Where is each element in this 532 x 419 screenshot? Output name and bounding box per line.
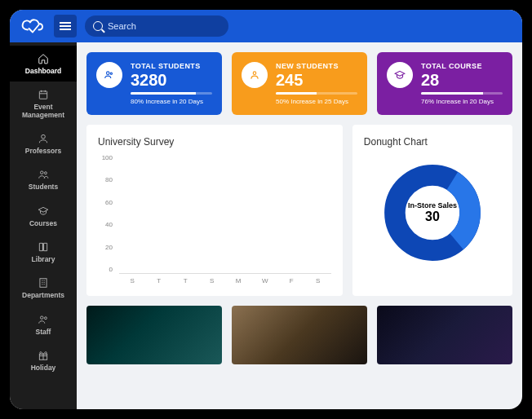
app-header [10,10,522,42]
panel-title: University Survey [98,136,331,148]
donut-center-label: In-Store Sales [408,201,457,210]
book-icon [37,240,50,254]
user-icon [242,62,268,88]
stat-card-title: TOTAL STUDENTS [131,62,212,70]
menu-toggle-button[interactable] [54,15,77,37]
panel-title: Donught Chart [364,136,501,148]
stat-cards-row: TOTAL STUDENTS 3280 80% Increase in 20 D… [86,52,512,115]
stat-card-new-students[interactable]: NEW STUDENTS 245 50% Increase in 25 Days [232,52,367,115]
stat-card-value: 3280 [131,71,212,90]
bar-chart: 100806040200 STTSMWFS [98,154,331,284]
sidebar-item-events[interactable]: Event Management [10,82,77,126]
stat-card-total-course[interactable]: TOTAL COURSE 28 76% Increase in 20 Days [377,52,512,115]
home-icon [37,52,50,65]
cap-icon [37,205,50,218]
users-icon [37,313,50,326]
stat-card-value: 245 [276,71,357,90]
stat-card-total-students[interactable]: TOTAL STUDENTS 3280 80% Increase in 20 D… [86,52,222,115]
sidebar-item-courses[interactable]: Courses [10,198,77,234]
sidebar-item-departments[interactable]: Departments [10,270,77,306]
search-input[interactable] [108,21,220,31]
svg-point-2 [41,171,44,174]
sidebar-item-label: Professors [25,148,61,155]
sidebar-item-dashboard[interactable]: Dashboard [10,46,77,82]
building-icon [37,276,50,289]
search-box[interactable] [85,15,228,37]
stat-card-subtitle: 50% Increase in 25 Days [276,98,357,105]
users-icon [96,62,122,88]
sidebar-item-label: Holiday [31,364,56,372]
users-icon [37,168,50,181]
sidebar-item-label: Staff [36,329,51,336]
stat-card-title: NEW STUDENTS [276,62,357,70]
gallery-thumb[interactable] [377,306,512,364]
gallery-thumb[interactable] [86,306,222,364]
sidebar-item-label: Dashboard [25,68,61,75]
stat-card-subtitle: 80% Increase in 20 Days [131,98,212,105]
sidebar-item-label: Courses [29,220,57,227]
search-icon [93,21,103,31]
donut-chart: In-Store Sales 30 [380,161,485,265]
donut-center-value: 30 [408,210,457,224]
svg-point-9 [110,73,112,74]
sidebar-item-label: Departments [22,292,64,299]
svg-point-8 [107,72,110,75]
stat-card-value: 28 [421,71,503,90]
gift-icon [37,349,50,362]
image-gallery [86,306,512,364]
svg-point-1 [42,135,46,139]
sidebar-item-label: Students [29,183,58,191]
svg-rect-0 [39,91,47,99]
sidebar-item-professors[interactable]: Professors [10,126,77,161]
app-logo [20,13,46,39]
main-content: TOTAL STUDENTS 3280 80% Increase in 20 D… [77,42,522,409]
sidebar-item-holiday[interactable]: Holiday [10,342,77,378]
user-icon [37,132,50,145]
stat-card-title: TOTAL COURSE [421,62,503,70]
donut-chart-panel: Donught Chart In-Store Sales 30 [352,125,512,296]
svg-point-5 [41,316,44,320]
calendar-icon [37,88,50,101]
svg-point-6 [44,317,47,320]
svg-rect-4 [40,279,47,288]
svg-point-3 [44,172,47,174]
sidebar-item-library[interactable]: Library [10,234,77,270]
sidebar-item-label: Library [32,256,55,263]
sidebar-item-staff[interactable]: Staff [10,307,77,342]
cap-icon [387,62,413,88]
svg-point-10 [253,72,256,75]
gallery-thumb[interactable] [232,306,367,364]
sidebar-item-students[interactable]: Students [10,161,77,197]
stat-card-subtitle: 76% Increase in 20 Days [421,98,503,105]
sidebar-item-label: Event Management [13,104,73,119]
sidebar: Dashboard Event Management Professors St… [10,42,77,409]
university-survey-panel: University Survey 100806040200 STTSMWFS [86,125,343,296]
